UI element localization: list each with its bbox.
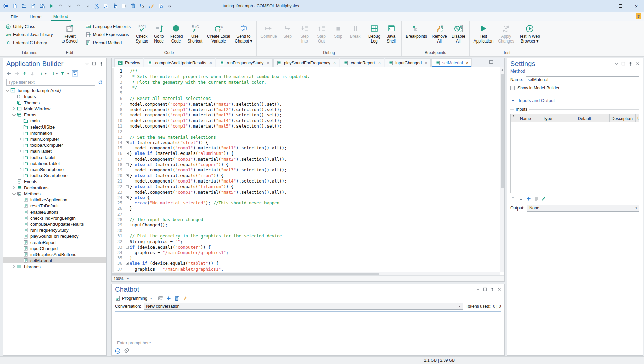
editor-tab-inputchanged[interactable]: inputChanged× (385, 58, 430, 67)
column-header-type[interactable]: Type (541, 114, 576, 122)
test-application-button[interactable]: Test Application (471, 22, 496, 44)
step-into-button[interactable]: Step Into (296, 22, 313, 44)
breakpoints-button[interactable]: Breakpoints (403, 22, 429, 39)
breakpoint-margin[interactable] (112, 206, 114, 211)
float-icon[interactable] (483, 287, 487, 292)
toolbar-overflow-icon[interactable] (167, 3, 173, 9)
close-tab-icon[interactable]: × (378, 60, 381, 65)
fold-collapse-icon[interactable] (126, 141, 129, 144)
external-c-library-button[interactable]: CExternal C Library (4, 39, 54, 46)
breakpoint-margin[interactable] (112, 228, 114, 233)
breakpoint-margin[interactable] (112, 195, 114, 200)
minimize-button[interactable] (597, 0, 613, 12)
pin-icon[interactable] (99, 61, 104, 66)
close-icon[interactable] (497, 287, 502, 292)
refresh-icon[interactable] (97, 80, 103, 85)
pin-icon[interactable] (490, 287, 495, 292)
breakpoint-margin[interactable] (112, 233, 114, 239)
code-editor[interactable]: 1/**2 * Sets the material properties whe… (112, 67, 500, 272)
output-select[interactable]: None ▾ (527, 205, 639, 212)
maximize-button[interactable] (613, 0, 628, 12)
step-out-button[interactable]: Step Out (313, 22, 330, 44)
vertical-scrollbar[interactable] (500, 67, 504, 272)
editor-tab-setmaterial[interactable]: setMaterial× (431, 58, 472, 67)
breakpoint-margin[interactable] (112, 173, 114, 178)
disable-all-button[interactable]: Disable All (449, 22, 468, 44)
expand-levels-icon[interactable]: ▾ (37, 71, 47, 76)
breakpoint-margin[interactable] (112, 123, 114, 129)
breakpoint-margin[interactable] (112, 145, 114, 151)
collapse-icon[interactable] (614, 61, 619, 66)
check-syntax-button[interactable]: [ABC]Check Syntax (133, 22, 150, 44)
breakpoint-margin[interactable] (112, 74, 114, 79)
dropdown-icon[interactable] (85, 3, 91, 9)
breakpoint-margin[interactable] (112, 212, 114, 217)
clear-region-icon[interactable] (148, 3, 155, 9)
tree-item-runfrequencystudy[interactable]: runFrequencyStudy (3, 227, 106, 233)
scroll-up-icon[interactable] (501, 69, 503, 71)
float-icon[interactable] (92, 61, 96, 66)
zoom-control[interactable]: 100%▾ (112, 276, 131, 281)
tree-item-events[interactable]: Events (3, 178, 106, 185)
tree-item-selectuisize[interactable]: selectUISize (3, 124, 106, 130)
show-in-model-builder-checkbox[interactable] (510, 86, 515, 90)
model-expressions-button[interactable]: a=Model Expressions (84, 31, 132, 38)
tree-item-forms[interactable]: Forms (3, 112, 106, 118)
breakpoint-margin[interactable] (112, 245, 114, 250)
scrollbar-thumb[interactable] (112, 273, 379, 275)
cut-icon[interactable] (94, 3, 100, 9)
tree-item-inputchanged[interactable]: inputChanged (3, 245, 106, 251)
run-icon[interactable] (48, 3, 54, 9)
editor-tab-runfrequencystudy[interactable]: runFrequencyStudy× (216, 58, 273, 67)
tree-item-computeandupdateresults[interactable]: computeAndUpdateResults (3, 221, 106, 227)
arrow-down-icon[interactable] (30, 71, 35, 76)
add-icon[interactable] (526, 196, 531, 201)
breakpoint-margin[interactable] (112, 68, 114, 74)
close-icon[interactable] (635, 61, 640, 66)
scrollbar-thumb[interactable] (501, 74, 504, 188)
tree-item-information[interactable]: information (3, 130, 106, 136)
filter-icon[interactable]: ▾ (60, 71, 69, 76)
ribbon-tab-file[interactable]: File (9, 12, 20, 21)
table-body[interactable] (511, 122, 639, 193)
editor-tab-createreport[interactable]: createReport× (340, 58, 384, 67)
breakpoint-margin[interactable] (112, 102, 114, 107)
record-method-button[interactable]: Record Method (84, 39, 132, 46)
fold-collapse-icon[interactable] (126, 174, 129, 177)
move-down-icon[interactable] (518, 196, 524, 201)
continue-button[interactable]: Continue (258, 22, 279, 39)
breakpoint-margin[interactable] (112, 167, 114, 173)
close-tab-icon[interactable]: × (333, 60, 336, 65)
paste-icon[interactable] (112, 3, 118, 9)
tree-item-setmaterial[interactable]: setMaterial (3, 257, 106, 263)
collapse-levels-icon[interactable]: ▾ (49, 71, 58, 76)
new-file-icon[interactable] (12, 3, 18, 9)
breakpoint-margin[interactable] (112, 157, 114, 162)
editor-tab-preview[interactable]: Preview (114, 58, 143, 67)
undo-icon[interactable] (57, 3, 63, 9)
menu-icon[interactable] (496, 60, 501, 64)
fold-collapse-icon[interactable] (126, 185, 129, 188)
collapse-icon[interactable] (85, 61, 89, 66)
fold-collapse-icon[interactable] (126, 163, 129, 166)
tree-item-notationstablet[interactable]: notationsTablet (3, 160, 106, 166)
use-shortcut-button[interactable]: B+CUse Shortcut (185, 22, 205, 44)
breakpoint-margin[interactable] (112, 261, 114, 266)
clear-conversation-icon[interactable] (182, 296, 188, 301)
column-header-description[interactable]: Description (610, 114, 636, 122)
find-in-document-icon[interactable] (158, 3, 164, 9)
move-up-icon[interactable] (510, 196, 516, 201)
arrow-left-icon[interactable] (6, 71, 12, 76)
inputs-table[interactable]: NameTypeDefaultDescriptionUn (510, 114, 639, 193)
breakpoint-margin[interactable] (112, 267, 114, 272)
chevron-closed-icon[interactable] (11, 185, 16, 190)
attach-icon[interactable] (123, 348, 129, 354)
breakpoint-margin[interactable] (112, 255, 114, 261)
fold-collapse-icon[interactable] (126, 152, 129, 155)
fold-collapse-icon[interactable] (126, 196, 129, 199)
tree-item-main-window[interactable]: Main Window (3, 106, 106, 112)
load-icon[interactable] (534, 196, 539, 201)
add-conversation-icon[interactable] (166, 296, 171, 301)
close-tab-icon[interactable]: × (466, 60, 469, 65)
collapse-icon[interactable] (476, 287, 480, 292)
